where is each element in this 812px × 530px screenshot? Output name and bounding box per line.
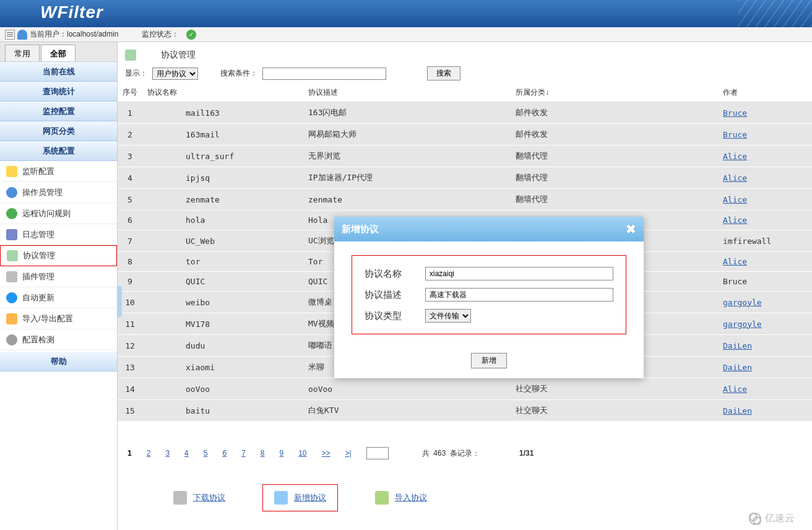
form-label-desc: 协议描述 [365,289,414,301]
nav-item[interactable]: 配置检测 [0,329,117,350]
monitor-status-label: 监控状态： [142,29,179,40]
watermark: 亿速云 [743,511,801,526]
author-link[interactable]: gargoyle [723,319,762,329]
nav-item-icon [6,208,17,219]
nav-item-label: 协议管理 [23,250,55,261]
nav-item-label: 导入/导出配置 [22,313,73,324]
pager-page-link[interactable]: 10 [298,449,306,458]
pager-page-link[interactable]: 9 [280,449,284,458]
nav-item-label: 自动更新 [22,292,54,303]
author-link[interactable]: Alice [723,384,747,394]
nav-help[interactable]: 帮助 [0,352,117,371]
watermark-icon [749,513,761,525]
page-title: 协议管理 [161,50,196,61]
pager-next[interactable]: >> [322,449,330,458]
action-add-protocol[interactable]: 新增协议 [262,484,338,511]
table-row[interactable]: 14ooVooooVoo社交聊天Alice [118,378,812,400]
display-label: 显示： [125,68,147,79]
nav-item-label: 监听配置 [22,166,54,177]
author-link[interactable]: Bruce [723,130,747,139]
protocol-name-input[interactable] [425,267,613,280]
author-link[interactable]: DaiLen [723,341,752,350]
column-header[interactable]: 所属分类↓ [511,84,718,102]
author-link[interactable]: DaiLen [723,406,752,415]
nav-header[interactable]: 查询统计 [0,82,117,102]
nav-item-icon [6,187,17,198]
pager-page-link[interactable]: 8 [261,449,265,458]
author-link[interactable]: Alice [723,215,747,225]
sidebar: 常用 全部 当前在线查询统计监控配置网页分类系统配置 监听配置操作员管理远程访问… [0,42,118,530]
table-row[interactable]: 4ipjsqIP加速器/IP代理翻墙代理Alice [118,167,812,189]
nav-header[interactable]: 当前在线 [0,62,117,82]
sidebar-collapse-handle[interactable] [117,286,122,317]
pager-position: 1/31 [519,449,533,458]
app-logo: WFilter [40,2,103,22]
status-bar: 当前用户：localhost/admin 监控状态： ✓ [0,27,812,42]
nav-item-icon [6,292,17,303]
pager-page-link[interactable]: 6 [222,449,227,458]
table-row[interactable]: 1mail163163闪电邮邮件收发Bruce [118,102,812,124]
table-row[interactable]: 2163mail网易邮箱大师邮件收发Bruce [118,124,812,146]
pager-page-link[interactable]: 4 [184,449,189,458]
nav-item[interactable]: 插件管理 [0,266,117,287]
table-row[interactable]: 5zenmatezenmate翻墙代理Alice [118,189,812,211]
nav-item[interactable]: 操作员管理 [0,182,117,203]
nav-item[interactable]: 远程访问规则 [0,203,117,224]
nav-item[interactable]: 导入/导出配置 [0,308,117,329]
dialog-submit-button[interactable]: 新增 [471,353,507,368]
nav-item[interactable]: 自动更新 [0,287,117,308]
nav-item[interactable]: 协议管理 [0,245,117,266]
author-link[interactable]: gargoyle [723,298,762,307]
column-header[interactable]: 作者 [718,84,812,102]
author-link[interactable]: Bruce [723,108,747,118]
tab-all[interactable]: 全部 [41,45,76,61]
nav-item-icon [6,271,17,282]
nav-header[interactable]: 系统配置 [0,141,117,161]
column-header[interactable]: 序号 [118,84,142,102]
search-label: 搜索条件： [220,68,257,79]
pager-goto-input[interactable] [366,447,389,459]
nav-header[interactable]: 监控配置 [0,102,117,121]
nav-item-label: 插件管理 [22,271,54,282]
protocol-icon [125,50,136,61]
author-link[interactable]: Alice [723,257,747,266]
protocol-type-select[interactable]: 文件传输 [425,309,471,323]
nav-item-icon [6,229,17,240]
action-download[interactable]: 下载协议 [173,491,225,505]
pager-total-prefix: 共 [422,449,430,458]
sidebar-tabs: 常用 全部 [0,42,117,62]
table-row[interactable]: 3ultra_surf无界浏览翻墙代理Alice [118,146,812,167]
author-link[interactable]: Alice [723,152,747,161]
header-bar: WFilter [0,0,812,27]
author-link[interactable]: Alice [723,195,747,204]
column-header[interactable]: 协议描述 [303,84,511,102]
download-icon [173,491,187,505]
tab-common[interactable]: 常用 [5,45,40,61]
column-header[interactable]: 协议名称 [142,84,303,102]
pager-page-link[interactable]: 7 [241,449,246,458]
pager-page-link[interactable]: 5 [204,449,208,458]
protocol-desc-input[interactable] [425,288,613,302]
author-link[interactable]: Alice [723,173,747,183]
pager-last[interactable]: >| [345,449,352,458]
header-decoration [738,0,812,27]
dialog-close-icon[interactable]: ✖ [626,222,636,237]
pager-page-link[interactable]: 3 [165,449,170,458]
action-import[interactable]: 导入协议 [375,491,427,505]
nav-item[interactable]: 日志管理 [0,224,117,245]
nav-item[interactable]: 监听配置 [0,161,117,182]
display-select[interactable]: 用户协议 [152,67,198,80]
nav-item-label: 操作员管理 [22,187,63,198]
search-input[interactable] [262,67,386,80]
pager-page-current: 1 [127,449,132,458]
pager-page-link[interactable]: 2 [147,449,151,458]
table-row[interactable]: 15baitu白兔KTV社交聊天DaiLen [118,400,812,422]
nav-item-label: 配置检测 [22,334,54,345]
nav-item-icon [6,313,17,324]
nav-header[interactable]: 网页分类 [0,121,117,141]
search-button[interactable]: 搜索 [427,66,460,80]
menu-icon[interactable] [5,30,15,40]
author-link[interactable]: DaiLen [723,363,752,372]
pager-total-suffix: 条记录： [450,449,480,458]
pager: 12345678910 >> >| 共 463 条记录： 1/31 [118,441,812,466]
